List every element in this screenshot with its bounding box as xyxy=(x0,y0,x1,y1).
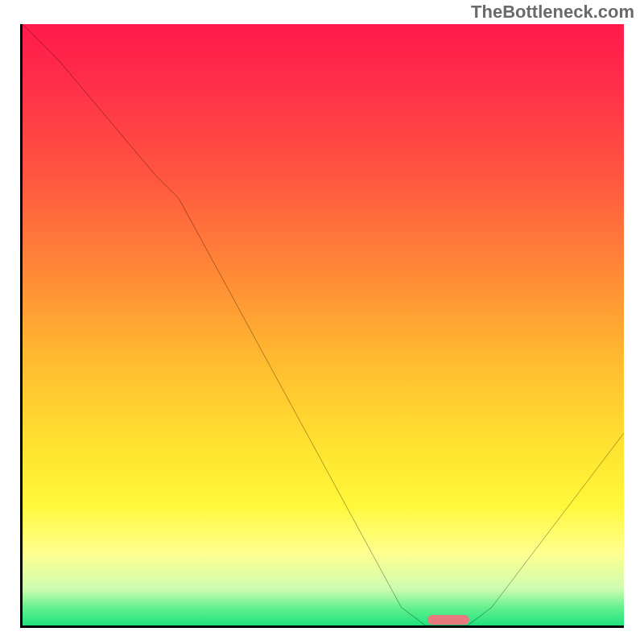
chart-container: TheBottleneck.com xyxy=(0,0,644,644)
attribution-text: TheBottleneck.com xyxy=(471,2,634,23)
bottleneck-curve xyxy=(23,24,624,625)
plot-area xyxy=(20,24,624,628)
